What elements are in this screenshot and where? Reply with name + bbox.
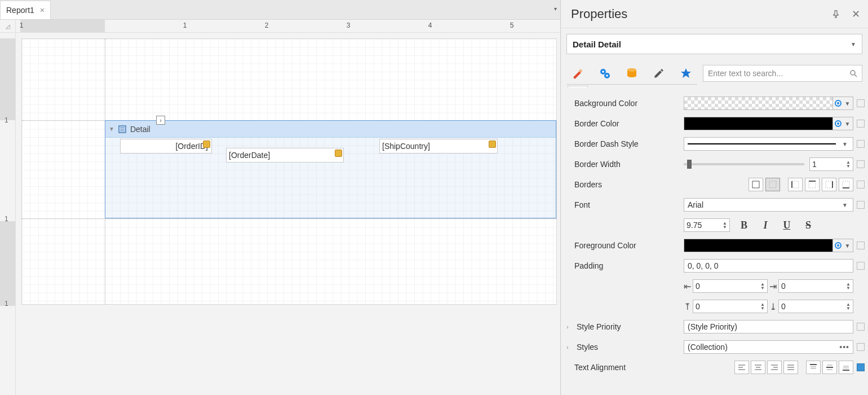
close-icon[interactable]: ✕ xyxy=(852,8,860,20)
expand-icon[interactable]: › xyxy=(566,344,573,350)
bold-button[interactable]: B xyxy=(737,218,751,232)
padding-top-icon: ⤒ xyxy=(684,301,691,312)
expand-icon[interactable]: › xyxy=(566,323,573,330)
appearance-tab-icon[interactable] xyxy=(571,67,584,80)
padding-left-input[interactable]: 0 ▲▼ xyxy=(693,279,768,293)
property-search-input[interactable]: Enter text to search... xyxy=(703,65,862,82)
properties-panel-title: Properties xyxy=(571,7,627,21)
reset-marker[interactable] xyxy=(857,140,865,148)
ruler-vmark: 1 xyxy=(5,116,8,124)
prop-label-border-color: Border Color xyxy=(564,119,684,128)
strikeout-button[interactable]: S xyxy=(801,218,815,232)
reset-marker[interactable] xyxy=(857,160,865,168)
field-shipcountry[interactable]: [ShipCountry] xyxy=(379,139,498,153)
align-right-button[interactable] xyxy=(767,361,782,374)
border-left-button[interactable] xyxy=(788,178,803,191)
font-size-value: 9.75 xyxy=(687,221,702,230)
svg-rect-17 xyxy=(752,181,759,188)
border-right-button[interactable] xyxy=(822,178,836,191)
underline-button[interactable]: U xyxy=(780,218,794,232)
report-page[interactable]: ▼ Detail › [OrderID] [OrderDa xyxy=(21,38,557,305)
ellipsis-icon[interactable]: ••• xyxy=(839,343,849,352)
behavior-tab-icon[interactable] xyxy=(598,67,612,80)
object-selector-dropdown[interactable]: Detail Detail ▼ xyxy=(566,34,862,54)
data-tab-icon[interactable] xyxy=(625,67,639,80)
reset-marker[interactable] xyxy=(857,99,865,107)
reset-marker[interactable] xyxy=(857,201,865,209)
valign-middle-button[interactable] xyxy=(822,361,837,374)
color-picker-icon[interactable]: ▼ xyxy=(832,117,853,130)
valign-top-button[interactable] xyxy=(806,361,821,374)
reset-marker[interactable] xyxy=(857,120,865,128)
spinner-buttons[interactable]: ▲▼ xyxy=(723,221,727,229)
favorites-tab-icon[interactable] xyxy=(679,67,693,80)
foreground-color-picker[interactable]: ▼ xyxy=(684,239,853,252)
border-top-button[interactable] xyxy=(805,178,820,191)
border-all-button[interactable] xyxy=(749,178,763,191)
svg-rect-25 xyxy=(843,181,849,188)
band-header-label: Detail xyxy=(130,125,150,134)
align-left-button[interactable] xyxy=(734,361,749,374)
document-tab[interactable]: Report1 × xyxy=(0,1,51,19)
design-canvas[interactable]: ▼ Detail › [OrderID] [OrderDa xyxy=(16,33,560,395)
color-picker-icon[interactable]: ▼ xyxy=(832,239,853,252)
reset-marker[interactable] xyxy=(857,181,865,188)
prop-label-font: Font xyxy=(564,200,684,209)
spinner-buttons[interactable]: ▲▼ xyxy=(846,160,851,168)
border-width-slider[interactable] xyxy=(684,163,804,165)
borders-button-group xyxy=(749,178,853,191)
property-grid: Background Color ▼ Border Color xyxy=(564,95,865,376)
padding-bottom-icon: ⤓ xyxy=(769,301,777,312)
band-header[interactable]: ▼ Detail › xyxy=(105,121,556,138)
padding-right-input[interactable]: 0 ▲▼ xyxy=(778,279,853,293)
svg-rect-18 xyxy=(769,181,776,188)
border-bottom-button[interactable] xyxy=(839,178,853,191)
border-width-value: 1 xyxy=(812,160,817,169)
detail-band[interactable]: ▼ Detail › [OrderID] [OrderDa xyxy=(105,120,556,218)
field-orderdate[interactable]: [OrderDate] xyxy=(226,148,344,163)
font-name-dropdown[interactable]: Arial ▼ xyxy=(684,198,853,212)
valign-bottom-button[interactable] xyxy=(839,361,853,374)
styles-collection-editor[interactable]: (Collection) ••• xyxy=(684,340,853,354)
font-size-input[interactable]: 9.75 ▲▼ xyxy=(684,218,730,232)
border-color-picker[interactable]: ▼ xyxy=(684,117,853,130)
tab-overflow-dropdown[interactable]: ▾ xyxy=(554,6,557,12)
document-tab-bar: Report1 × ▾ xyxy=(0,0,560,20)
ruler-mark: 2 xyxy=(265,21,269,29)
reset-marker[interactable] xyxy=(857,262,865,270)
padding-bottom-input[interactable]: 0 ▲▼ xyxy=(778,300,853,313)
prop-label-padding: Padding xyxy=(564,261,684,270)
align-center-button[interactable] xyxy=(751,361,765,374)
prop-label-styles: Styles xyxy=(577,343,598,352)
italic-button[interactable]: I xyxy=(759,218,772,232)
ruler-vmark: 1 xyxy=(5,215,8,223)
background-color-picker[interactable]: ▼ xyxy=(684,96,853,110)
align-justify-button[interactable] xyxy=(783,361,798,374)
color-picker-icon[interactable]: ▼ xyxy=(832,96,853,110)
pin-icon[interactable] xyxy=(832,10,840,18)
reset-marker[interactable] xyxy=(857,363,865,371)
close-icon[interactable]: × xyxy=(40,6,45,15)
reset-marker[interactable] xyxy=(857,242,865,249)
border-none-button[interactable] xyxy=(765,178,780,191)
ruler-vertical: 1 1 1 xyxy=(0,33,16,395)
properties-panel: Properties ✕ Detail Detail ▼ xyxy=(561,0,868,395)
svg-rect-23 xyxy=(826,181,832,188)
reset-marker[interactable] xyxy=(857,343,865,351)
collapse-icon[interactable]: ▼ xyxy=(109,126,114,132)
border-width-input[interactable]: 1 ▲▼ xyxy=(809,157,853,171)
padding-top-input[interactable]: 0 ▲▼ xyxy=(693,300,768,313)
chevron-down-icon: ▼ xyxy=(851,41,856,47)
reset-marker[interactable] xyxy=(857,323,865,331)
border-dash-dropdown[interactable]: ▼ xyxy=(684,137,853,151)
ruler-corner: ◿ xyxy=(0,20,16,32)
style-priority-value[interactable]: (Style Priority) xyxy=(684,320,853,333)
prop-label-text-alignment: Text Alignment xyxy=(564,363,684,372)
property-category-tabs xyxy=(566,62,697,85)
design-tab-icon[interactable] xyxy=(652,67,666,80)
smart-tag-icon[interactable]: › xyxy=(156,116,165,125)
padding-input[interactable]: 0, 0, 0, 0 xyxy=(684,259,853,273)
prop-label-borders: Borders xyxy=(564,180,684,189)
document-tab-label: Report1 xyxy=(6,6,34,15)
field-orderid[interactable]: [OrderID] xyxy=(120,139,212,153)
